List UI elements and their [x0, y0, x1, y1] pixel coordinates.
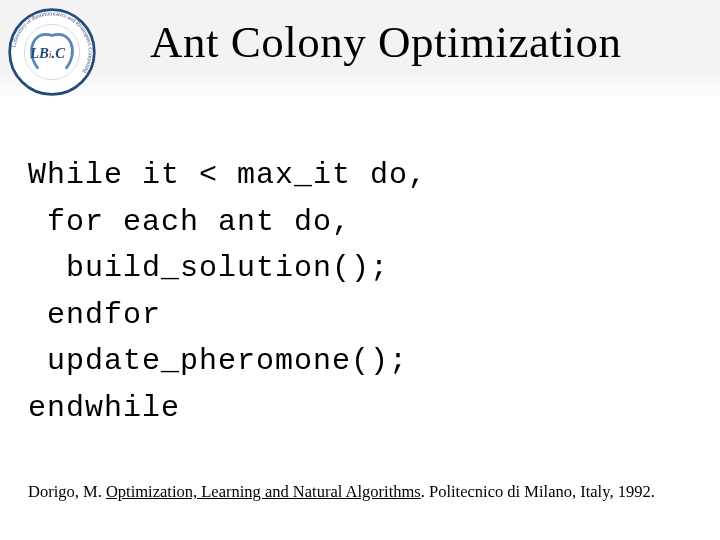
svg-text:LBi.C: LBi.C [29, 45, 65, 61]
citation-author: Dorigo, M. [28, 482, 106, 501]
citation-title: Optimization, Learning and Natural Algor… [106, 482, 421, 501]
code-line: for each ant do, [28, 205, 351, 239]
citation-rest: . Politecnico di Milano, Italy, 1992. [421, 482, 655, 501]
slide-title: Ant Colony Optimization [150, 16, 621, 68]
code-line: endwhile [28, 391, 180, 425]
slide: LBi.C Laboratory of Bioinformatics and B… [0, 0, 720, 540]
code-line: update_pheromone(); [28, 344, 408, 378]
pseudocode-block: While it < max_it do, for each ant do, b… [28, 152, 692, 431]
code-line: build_solution(); [28, 251, 389, 285]
citation: Dorigo, M. Optimization, Learning and Na… [28, 482, 692, 502]
slide-body: While it < max_it do, for each ant do, b… [28, 152, 692, 431]
code-line: While it < max_it do, [28, 158, 427, 192]
lbic-logo: LBi.C Laboratory of Bioinformatics and B… [6, 6, 98, 98]
code-line: endfor [28, 298, 161, 332]
